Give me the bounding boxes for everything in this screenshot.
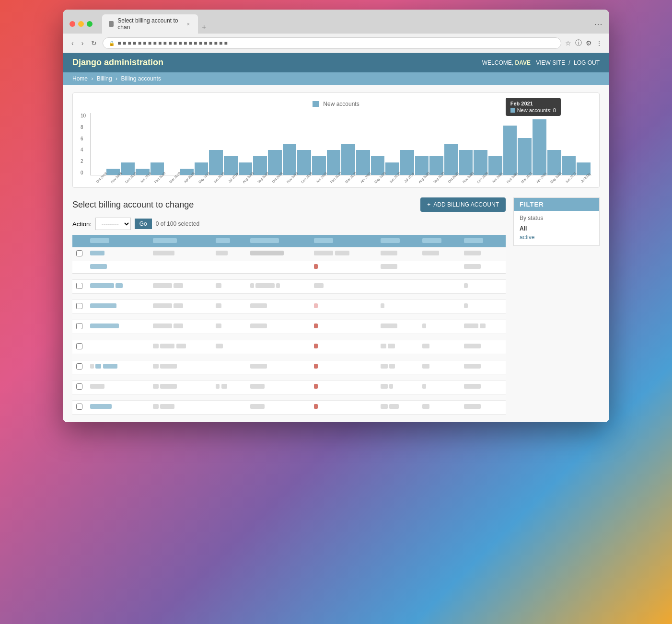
chart-wrapper: 0 2 4 6 8 10 [81,113,591,175]
table-row [72,360,506,374]
separator: / [568,59,570,66]
y-label-2: 2 [81,159,87,164]
chart-bar-14[interactable] [297,150,311,175]
breadcrumb: Home › Billing › Billing accounts [63,72,609,85]
info-icon[interactable]: ⓘ [575,39,582,47]
row-checkbox[interactable] [76,250,82,256]
chart-bar-29[interactable] [518,138,532,175]
table-head [72,235,506,247]
action-label: Action: [72,220,92,228]
filter-by-status-label: By status [520,215,593,221]
add-billing-account-button[interactable]: + ADD BILLING ACCOUNT [420,197,506,212]
breadcrumb-sep1: › [91,75,93,82]
table-row [72,320,506,334]
forward-button[interactable]: › [80,38,86,48]
main-layout: Select billing account to change + ADD B… [72,197,600,415]
filter-all-link[interactable]: All [520,224,593,233]
browser-controls: ‹ › ↻ 🔒 ■ ■ ■ ■ ■ ■ ■ ■ ■ ■ ■ ■ ■ ■ ■ ■ … [63,34,609,53]
django-header: Django administration WELCOME, DAVE VIEW… [63,53,609,72]
filter-title: FILTER [514,198,599,211]
row-checkbox[interactable] [76,404,82,410]
chart-bar-30[interactable] [533,119,546,175]
row-checkbox[interactable] [76,383,82,390]
refresh-button[interactable]: ↻ [89,38,99,48]
chart-bar-18[interactable] [356,150,370,175]
chart-bar-17[interactable] [341,144,355,175]
chart-bars[interactable] [91,113,591,175]
back-button[interactable]: ‹ [70,38,76,48]
chart-bar-26[interactable] [474,150,487,175]
tooltip-legend: New accounts: 8 [510,107,556,113]
browser-menu-button[interactable]: ⋯ [594,19,602,29]
selected-count: 0 of 100 selected [156,220,199,227]
extensions-icon[interactable]: ⚙ [586,39,592,47]
add-btn-label: ADD BILLING ACCOUNT [433,201,499,208]
table-row [72,334,506,340]
table-row [72,314,506,320]
browser-window: Select billing account to chan × + ⋯ ‹ ›… [63,10,609,422]
chart-bar-16[interactable] [327,150,341,175]
col-3 [212,235,246,247]
col-checkbox [72,235,86,247]
table-row [72,354,506,360]
table-row [72,300,506,314]
tab-bar: Select billing account to chan × + [102,14,589,34]
col-5 [310,235,377,247]
filter-section-status: By status All active [514,211,599,245]
lock-icon: 🔒 [109,41,115,46]
table-row [72,274,506,280]
view-site-link[interactable]: VIEW SITE [536,59,565,66]
chart-bar-24[interactable] [444,144,458,175]
user-info: WELCOME, DAVE VIEW SITE / LOG OUT [482,59,600,66]
results-table [72,235,506,415]
tab-close-button[interactable]: × [185,21,191,27]
chart-bar-13[interactable] [283,144,297,175]
col-6 [377,235,418,247]
traffic-lights [70,21,93,27]
welcome-text: WELCOME, [482,59,513,66]
breadcrumb-sep2: › [116,75,117,82]
chart-bar-12[interactable] [268,150,282,175]
filter-active-link[interactable]: active [520,233,593,242]
breadcrumb-home[interactable]: Home [72,75,88,82]
chart-area [90,113,591,175]
chart-bar-8[interactable] [209,150,223,175]
address-text: ■ ■ ■ ■ ■ ■ ■ ■ ■ ■ ■ ■ ■ ■ ■ ■ ■ ■ ■ ■ … [117,40,555,46]
breadcrumb-current: Billing accounts [121,75,161,82]
minimize-window-button[interactable] [78,21,84,27]
table-row [72,247,506,261]
chart-bar-25[interactable] [459,150,473,175]
table-row [72,340,506,354]
more-icon[interactable]: ⋮ [596,39,602,47]
django-admin: Django administration WELCOME, DAVE VIEW… [63,53,609,422]
star-icon[interactable]: ☆ [565,39,571,47]
page-title: Select billing account to change [72,200,194,210]
table-row [72,374,506,381]
chart-bar-28[interactable] [503,126,517,175]
active-tab[interactable]: Select billing account to chan × [102,14,198,34]
row-checkbox[interactable] [76,303,82,309]
breadcrumb-billing[interactable]: Billing [97,75,112,82]
tab-favicon [109,21,114,27]
tooltip-value: New accounts: 8 [517,107,556,113]
go-button[interactable]: Go [135,219,152,229]
action-select[interactable]: --------- [95,218,131,230]
maximize-window-button[interactable] [87,21,93,27]
table-row [72,280,506,294]
close-window-button[interactable] [70,21,75,27]
chart-bar-21[interactable] [400,150,414,175]
table-body [72,247,506,415]
content-area: Select billing account to change + ADD B… [72,197,506,415]
row-checkbox[interactable] [76,343,82,349]
address-bar[interactable]: 🔒 ■ ■ ■ ■ ■ ■ ■ ■ ■ ■ ■ ■ ■ ■ ■ ■ ■ ■ ■ … [103,37,561,49]
y-axis-labels: 0 2 4 6 8 10 [81,113,90,175]
y-label-0: 0 [81,170,87,175]
row-checkbox[interactable] [76,363,82,370]
new-tab-button[interactable]: + [200,21,208,34]
row-checkbox[interactable] [76,283,82,289]
logout-link[interactable]: LOG OUT [574,59,600,66]
chart-bar-11[interactable] [253,156,267,175]
table-row [72,394,506,401]
col-8 [460,235,506,247]
row-checkbox[interactable] [76,323,82,329]
